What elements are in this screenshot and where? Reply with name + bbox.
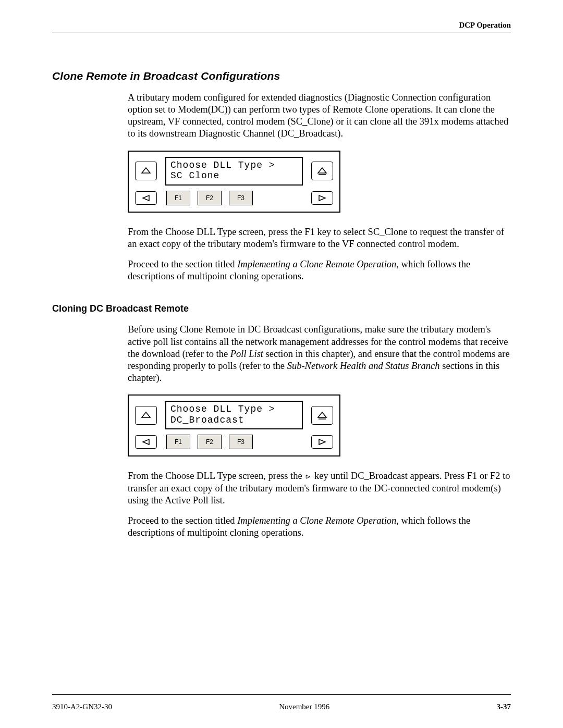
left-key[interactable] [135,435,157,449]
up-key[interactable] [135,406,157,425]
f2-key[interactable]: F2 [198,191,222,205]
lcd-screen: Choose DLL Type > SC_Clone [165,157,303,186]
panel-row-bottom: F1 F2 F3 [135,435,333,449]
triangle-up-bar-icon [317,411,327,420]
fkey-label: F3 [237,438,244,446]
xref: Implementing a Clone Remote Operation [237,259,396,269]
para: Before using Clone Remote in DC Broadcas… [128,324,511,384]
triangle-right-icon [317,438,327,446]
f1-key[interactable]: F1 [166,435,190,449]
lcd-line2: SC_Clone [170,170,219,181]
text: Proceed to the section titled [128,515,237,526]
para: From the Choose DLL Type screen, press t… [128,226,511,250]
triangle-up-icon [141,166,151,176]
header-rule [52,32,511,32]
para: Proceed to the section titled Implementi… [128,258,511,282]
lcd-line2: DC_Broadcast [170,415,244,425]
para: A tributary modem configured for extende… [128,92,511,140]
function-keys: F1 F2 F3 [165,191,303,205]
home-key[interactable] [311,406,333,425]
left-key[interactable] [135,191,157,205]
panel-row-bottom: F1 F2 F3 [135,191,333,205]
fkey-label: F1 [175,194,182,202]
lcd-panel: Choose DLL Type > SC_Clone F1 F2 F3 [128,151,340,213]
f3-key[interactable]: F3 [229,435,253,449]
up-key[interactable] [135,162,157,180]
lcd-panel-figure: Choose DLL Type > DC_Broadcast F1 F2 F3 [128,394,511,456]
para: From the Choose DLL Type screen, press t… [128,470,511,506]
doc-date: November 1996 [279,702,329,711]
function-keys: F1 F2 F3 [165,435,303,449]
f1-key[interactable]: F1 [166,191,190,205]
right-key[interactable] [311,191,333,205]
fkey-label: F2 [206,438,213,446]
triangle-left-icon [141,438,151,446]
running-header: DCP Operation [52,21,511,30]
xref: Sub-Network Health and Status Branch [287,361,440,371]
content: Clone Remote in Broadcast Configurations… [52,70,511,539]
fkey-label: F1 [175,438,182,446]
triangle-right-icon [317,194,327,202]
xref: Poll List [230,349,263,359]
lcd-line1: Choose DLL Type > [170,404,275,414]
page-footer: 3910-A2-GN32-30 November 1996 3-37 [52,702,511,711]
lcd-panel-figure: Choose DLL Type > SC_Clone F1 F2 F3 [128,151,511,213]
subsection-title: Cloning DC Broadcast Remote [52,303,511,314]
text: From the Choose DLL Type screen, press t… [128,471,304,481]
doc-number: 3910-A2-GN32-30 [52,702,112,711]
lcd-panel: Choose DLL Type > DC_Broadcast F1 F2 F3 [128,394,340,456]
section-body: A tributary modem configured for extende… [128,92,511,282]
right-key[interactable] [311,435,333,449]
fkey-label: F3 [237,194,244,202]
para: Proceed to the section titled Implementi… [128,515,511,539]
f2-key[interactable]: F2 [198,435,222,449]
lcd-line1: Choose DLL Type > [170,160,275,170]
panel-row-top: Choose DLL Type > DC_Broadcast [135,401,333,429]
lcd-screen: Choose DLL Type > DC_Broadcast [165,401,303,429]
fkey-label: F2 [206,194,213,202]
xref: Implementing a Clone Remote Operation [237,515,396,526]
page-number: 3-37 [496,702,511,711]
section-title: Clone Remote in Broadcast Configurations [52,70,511,82]
triangle-right-icon [304,474,312,479]
panel-row-top: Choose DLL Type > SC_Clone [135,157,333,186]
footer-rule [52,694,511,695]
triangle-up-bar-icon [317,166,327,176]
page: DCP Operation Clone Remote in Broadcast … [0,0,563,728]
subsection-body: Before using Clone Remote in DC Broadcas… [128,324,511,539]
f3-key[interactable]: F3 [229,191,253,205]
triangle-left-icon [141,194,151,202]
home-key[interactable] [311,162,333,180]
text: Proceed to the section titled [128,259,237,269]
triangle-up-icon [141,411,151,420]
